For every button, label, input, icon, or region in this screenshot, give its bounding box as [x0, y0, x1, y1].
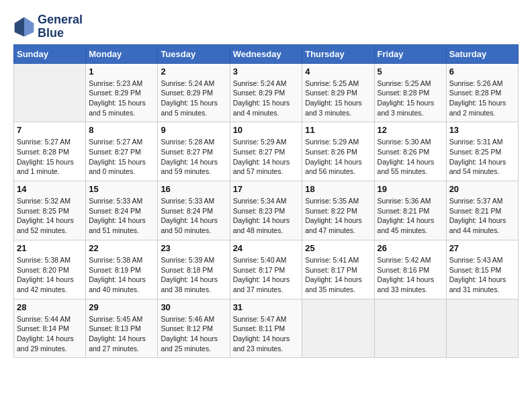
column-header-thursday: Thursday — [302, 44, 374, 63]
calendar-cell: 25Sunrise: 5:41 AM Sunset: 8:17 PM Dayli… — [302, 240, 374, 299]
calendar-cell: 19Sunrise: 5:36 AM Sunset: 8:21 PM Dayli… — [374, 181, 446, 240]
calendar-cell: 2Sunrise: 5:24 AM Sunset: 8:29 PM Daylig… — [158, 63, 230, 122]
day-info: Sunrise: 5:44 AM Sunset: 8:14 PM Dayligh… — [17, 314, 83, 354]
calendar-week-3: 14Sunrise: 5:32 AM Sunset: 8:25 PM Dayli… — [14, 181, 519, 240]
calendar-cell: 31Sunrise: 5:47 AM Sunset: 8:11 PM Dayli… — [230, 299, 302, 358]
day-info: Sunrise: 5:41 AM Sunset: 8:17 PM Dayligh… — [305, 255, 371, 295]
calendar-cell: 26Sunrise: 5:42 AM Sunset: 8:16 PM Dayli… — [374, 240, 446, 299]
calendar-cell: 27Sunrise: 5:43 AM Sunset: 8:15 PM Dayli… — [446, 240, 518, 299]
day-info: Sunrise: 5:47 AM Sunset: 8:11 PM Dayligh… — [233, 314, 300, 354]
day-number: 17 — [233, 184, 300, 194]
column-header-tuesday: Tuesday — [158, 44, 230, 63]
day-info: Sunrise: 5:35 AM Sunset: 8:22 PM Dayligh… — [305, 196, 371, 236]
day-info: Sunrise: 5:33 AM Sunset: 8:24 PM Dayligh… — [161, 196, 226, 236]
day-info: Sunrise: 5:27 AM Sunset: 8:27 PM Dayligh… — [89, 137, 154, 177]
day-info: Sunrise: 5:25 AM Sunset: 8:29 PM Dayligh… — [305, 79, 371, 118]
day-info: Sunrise: 5:27 AM Sunset: 8:28 PM Dayligh… — [17, 137, 83, 177]
svg-marker-2 — [15, 17, 24, 36]
day-number: 31 — [233, 302, 300, 312]
day-info: Sunrise: 5:46 AM Sunset: 8:12 PM Dayligh… — [161, 314, 226, 354]
day-info: Sunrise: 5:24 AM Sunset: 8:29 PM Dayligh… — [233, 79, 300, 118]
day-number: 12 — [378, 125, 443, 135]
calendar-cell: 7Sunrise: 5:27 AM Sunset: 8:28 PM Daylig… — [14, 122, 86, 181]
calendar-cell: 16Sunrise: 5:33 AM Sunset: 8:24 PM Dayli… — [158, 181, 230, 240]
day-info: Sunrise: 5:23 AM Sunset: 8:29 PM Dayligh… — [89, 79, 154, 118]
calendar-cell — [446, 299, 518, 358]
day-number: 20 — [449, 184, 515, 194]
day-number: 6 — [449, 66, 515, 77]
day-number: 22 — [89, 243, 154, 253]
day-info: Sunrise: 5:38 AM Sunset: 8:19 PM Dayligh… — [89, 255, 154, 295]
calendar-cell: 9Sunrise: 5:28 AM Sunset: 8:27 PM Daylig… — [158, 122, 230, 181]
column-header-sunday: Sunday — [14, 44, 86, 63]
calendar-cell: 21Sunrise: 5:38 AM Sunset: 8:20 PM Dayli… — [14, 240, 86, 299]
calendar-cell: 14Sunrise: 5:32 AM Sunset: 8:25 PM Dayli… — [14, 181, 86, 240]
day-number: 7 — [17, 125, 83, 135]
day-number: 18 — [305, 184, 371, 194]
day-number: 30 — [161, 302, 226, 312]
day-info: Sunrise: 5:36 AM Sunset: 8:21 PM Dayligh… — [378, 196, 443, 236]
day-number: 1 — [89, 66, 154, 77]
calendar-cell: 17Sunrise: 5:34 AM Sunset: 8:23 PM Dayli… — [230, 181, 302, 240]
calendar-cell: 6Sunrise: 5:26 AM Sunset: 8:28 PM Daylig… — [446, 63, 518, 122]
calendar-cell: 10Sunrise: 5:29 AM Sunset: 8:27 PM Dayli… — [230, 122, 302, 181]
column-header-friday: Friday — [374, 44, 446, 63]
calendar-cell: 4Sunrise: 5:25 AM Sunset: 8:29 PM Daylig… — [302, 63, 374, 122]
day-info: Sunrise: 5:38 AM Sunset: 8:20 PM Dayligh… — [17, 255, 83, 295]
page-header: General Blue — [13, 13, 519, 40]
calendar-cell: 15Sunrise: 5:33 AM Sunset: 8:24 PM Dayli… — [86, 181, 158, 240]
day-info: Sunrise: 5:39 AM Sunset: 8:18 PM Dayligh… — [161, 255, 226, 295]
day-number: 15 — [89, 184, 154, 194]
day-number: 10 — [233, 125, 300, 135]
day-number: 29 — [89, 302, 154, 312]
day-number: 16 — [161, 184, 226, 194]
column-header-saturday: Saturday — [446, 44, 518, 63]
day-info: Sunrise: 5:24 AM Sunset: 8:29 PM Dayligh… — [161, 79, 226, 118]
day-number: 3 — [233, 66, 300, 77]
logo-text: General Blue — [38, 13, 83, 40]
day-info: Sunrise: 5:43 AM Sunset: 8:15 PM Dayligh… — [449, 255, 515, 295]
day-number: 5 — [378, 66, 443, 77]
calendar-cell: 5Sunrise: 5:25 AM Sunset: 8:28 PM Daylig… — [374, 63, 446, 122]
calendar-cell: 22Sunrise: 5:38 AM Sunset: 8:19 PM Dayli… — [86, 240, 158, 299]
day-number: 19 — [378, 184, 443, 194]
svg-marker-1 — [24, 17, 34, 36]
day-info: Sunrise: 5:42 AM Sunset: 8:16 PM Dayligh… — [378, 255, 443, 295]
day-info: Sunrise: 5:40 AM Sunset: 8:17 PM Dayligh… — [233, 255, 300, 295]
calendar-week-1: 1Sunrise: 5:23 AM Sunset: 8:29 PM Daylig… — [14, 63, 519, 122]
day-info: Sunrise: 5:37 AM Sunset: 8:21 PM Dayligh… — [449, 196, 515, 236]
day-info: Sunrise: 5:45 AM Sunset: 8:13 PM Dayligh… — [89, 314, 154, 354]
calendar-cell: 18Sunrise: 5:35 AM Sunset: 8:22 PM Dayli… — [302, 181, 374, 240]
calendar-header: SundayMondayTuesdayWednesdayThursdayFrid… — [14, 44, 519, 63]
day-info: Sunrise: 5:30 AM Sunset: 8:26 PM Dayligh… — [378, 137, 443, 177]
calendar-cell — [302, 299, 374, 358]
calendar-table: SundayMondayTuesdayWednesdayThursdayFrid… — [13, 44, 519, 359]
calendar-cell: 1Sunrise: 5:23 AM Sunset: 8:29 PM Daylig… — [86, 63, 158, 122]
calendar-cell — [374, 299, 446, 358]
calendar-cell: 12Sunrise: 5:30 AM Sunset: 8:26 PM Dayli… — [374, 122, 446, 181]
day-number: 23 — [161, 243, 226, 253]
day-number: 14 — [17, 184, 83, 194]
day-info: Sunrise: 5:33 AM Sunset: 8:24 PM Dayligh… — [89, 196, 154, 236]
calendar-cell: 8Sunrise: 5:27 AM Sunset: 8:27 PM Daylig… — [86, 122, 158, 181]
day-number: 9 — [161, 125, 226, 135]
day-number: 8 — [89, 125, 154, 135]
day-number: 27 — [449, 243, 515, 253]
calendar-cell: 24Sunrise: 5:40 AM Sunset: 8:17 PM Dayli… — [230, 240, 302, 299]
calendar-week-2: 7Sunrise: 5:27 AM Sunset: 8:28 PM Daylig… — [14, 122, 519, 181]
calendar-cell: 3Sunrise: 5:24 AM Sunset: 8:29 PM Daylig… — [230, 63, 302, 122]
day-info: Sunrise: 5:26 AM Sunset: 8:28 PM Dayligh… — [449, 79, 515, 118]
calendar-cell: 29Sunrise: 5:45 AM Sunset: 8:13 PM Dayli… — [86, 299, 158, 358]
day-info: Sunrise: 5:34 AM Sunset: 8:23 PM Dayligh… — [233, 196, 300, 236]
calendar-week-5: 28Sunrise: 5:44 AM Sunset: 8:14 PM Dayli… — [14, 299, 519, 358]
calendar-cell: 28Sunrise: 5:44 AM Sunset: 8:14 PM Dayli… — [14, 299, 86, 358]
day-number: 21 — [17, 243, 83, 253]
calendar-cell: 30Sunrise: 5:46 AM Sunset: 8:12 PM Dayli… — [158, 299, 230, 358]
calendar-cell — [14, 63, 86, 122]
logo: General Blue — [13, 13, 83, 40]
day-number: 28 — [17, 302, 83, 312]
calendar-cell: 23Sunrise: 5:39 AM Sunset: 8:18 PM Dayli… — [158, 240, 230, 299]
day-info: Sunrise: 5:31 AM Sunset: 8:25 PM Dayligh… — [449, 137, 515, 177]
day-number: 2 — [161, 66, 226, 77]
calendar-cell: 13Sunrise: 5:31 AM Sunset: 8:25 PM Dayli… — [446, 122, 518, 181]
